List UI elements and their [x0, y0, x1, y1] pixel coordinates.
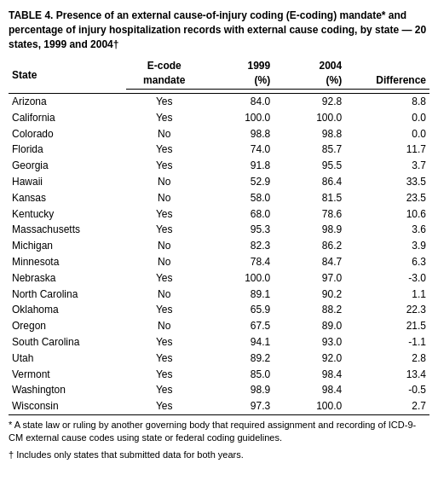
cell-state: Nebraska	[9, 270, 126, 287]
cell-ecode: Yes	[126, 382, 202, 398]
cell-2004: 90.2	[274, 287, 345, 303]
cell-1999: 52.9	[202, 174, 274, 190]
cell-diff: 0.0	[345, 126, 429, 142]
cell-1999: 94.1	[202, 334, 274, 350]
cell-diff: 21.5	[345, 318, 429, 334]
table-row: Oregon No 67.5 89.0 21.5	[9, 318, 429, 334]
cell-2004: 81.5	[274, 190, 345, 206]
cell-state: Hawaii	[9, 174, 126, 190]
cell-state: North Carolina	[9, 287, 126, 303]
cell-state: Arizona	[9, 93, 126, 109]
cell-1999: 67.5	[202, 318, 274, 334]
table-row: Oklahoma Yes 65.9 88.2 22.3	[9, 302, 429, 318]
cell-1999: 97.3	[202, 398, 274, 414]
table-row: Arizona Yes 84.0 92.8 8.8	[9, 93, 429, 109]
table-row: Wisconsin Yes 97.3 100.0 2.7	[9, 398, 429, 414]
cell-2004: 85.7	[274, 142, 345, 158]
cell-state: Michigan	[9, 238, 126, 254]
cell-1999: 100.0	[202, 110, 274, 126]
cell-1999: 100.0	[202, 270, 274, 287]
col-header-ecode: E-codemandate	[126, 58, 202, 89]
cell-state: Oklahoma	[9, 302, 126, 318]
cell-ecode: Yes	[126, 93, 202, 109]
cell-ecode: No	[126, 238, 202, 254]
cell-1999: 74.0	[202, 142, 274, 158]
table-row: Massachusetts Yes 95.3 98.9 3.6	[9, 222, 429, 238]
cell-ecode: No	[126, 190, 202, 206]
cell-1999: 65.9	[202, 302, 274, 318]
table-row: Colorado No 98.8 98.8 0.0	[9, 126, 429, 142]
table-row: Minnesota No 78.4 84.7 6.3	[9, 254, 429, 270]
cell-ecode: Yes	[126, 110, 202, 126]
cell-ecode: Yes	[126, 142, 202, 158]
cell-ecode: Yes	[126, 334, 202, 350]
cell-diff: 22.3	[345, 302, 429, 318]
cell-2004: 84.7	[274, 254, 345, 270]
table-row: Michigan No 82.3 86.2 3.9	[9, 238, 429, 254]
cell-state: Georgia	[9, 158, 126, 174]
cell-ecode: Yes	[126, 302, 202, 318]
table-row: Kansas No 58.0 81.5 23.5	[9, 190, 429, 206]
table-row: Georgia Yes 91.8 95.5 3.7	[9, 158, 429, 174]
table-title: TABLE 4. Presence of an external cause-o…	[9, 9, 429, 51]
cell-ecode: Yes	[126, 206, 202, 223]
cell-1999: 89.2	[202, 350, 274, 367]
cell-2004: 95.5	[274, 158, 345, 174]
cell-2004: 88.2	[274, 302, 345, 318]
cell-2004: 100.0	[274, 110, 345, 126]
cell-diff: 0.0	[345, 110, 429, 126]
cell-diff: -3.0	[345, 270, 429, 287]
cell-diff: 1.1	[345, 287, 429, 303]
cell-2004: 98.4	[274, 367, 345, 383]
cell-ecode: Yes	[126, 367, 202, 383]
cell-1999: 84.0	[202, 93, 274, 109]
footnote-dagger: † Includes only states that submitted da…	[9, 449, 429, 461]
cell-ecode: Yes	[126, 350, 202, 367]
table-container: TABLE 4. Presence of an external cause-o…	[9, 9, 429, 461]
cell-diff: 13.4	[345, 367, 429, 383]
cell-diff: 3.7	[345, 158, 429, 174]
cell-diff: 23.5	[345, 190, 429, 206]
cell-diff: 3.9	[345, 238, 429, 254]
cell-1999: 82.3	[202, 238, 274, 254]
table-row: Florida Yes 74.0 85.7 11.7	[9, 142, 429, 158]
cell-2004: 97.0	[274, 270, 345, 287]
cell-ecode: Yes	[126, 222, 202, 238]
cell-diff: 6.3	[345, 254, 429, 270]
cell-2004: 98.4	[274, 382, 345, 398]
col-header-1999: 1999(%)	[202, 58, 274, 89]
table-row: Vermont Yes 85.0 98.4 13.4	[9, 367, 429, 383]
col-header-state: State	[9, 58, 126, 93]
cell-2004: 89.0	[274, 318, 345, 334]
cell-diff: 11.7	[345, 142, 429, 158]
data-table: State E-codemandate 1999(%) 2004(%) Diff…	[9, 58, 429, 415]
cell-state: California	[9, 110, 126, 126]
cell-ecode: Yes	[126, 270, 202, 287]
cell-2004: 98.9	[274, 222, 345, 238]
cell-state: Oregon	[9, 318, 126, 334]
cell-state: South Carolina	[9, 334, 126, 350]
table-row: North Carolina No 89.1 90.2 1.1	[9, 287, 429, 303]
cell-diff: 3.6	[345, 222, 429, 238]
cell-ecode: No	[126, 254, 202, 270]
cell-ecode: No	[126, 174, 202, 190]
cell-2004: 93.0	[274, 334, 345, 350]
cell-state: Florida	[9, 142, 126, 158]
cell-ecode: No	[126, 318, 202, 334]
cell-1999: 78.4	[202, 254, 274, 270]
cell-2004: 92.0	[274, 350, 345, 367]
cell-ecode: Yes	[126, 398, 202, 414]
cell-2004: 98.8	[274, 126, 345, 142]
cell-diff: -0.5	[345, 382, 429, 398]
cell-state: Washington	[9, 382, 126, 398]
cell-2004: 86.2	[274, 238, 345, 254]
cell-state: Wisconsin	[9, 398, 126, 414]
cell-diff: 2.8	[345, 350, 429, 367]
cell-state: Kansas	[9, 190, 126, 206]
table-row: Kentucky Yes 68.0 78.6 10.6	[9, 206, 429, 223]
cell-2004: 86.4	[274, 174, 345, 190]
cell-diff: 33.5	[345, 174, 429, 190]
cell-ecode: No	[126, 287, 202, 303]
cell-ecode: Yes	[126, 158, 202, 174]
cell-2004: 78.6	[274, 206, 345, 223]
